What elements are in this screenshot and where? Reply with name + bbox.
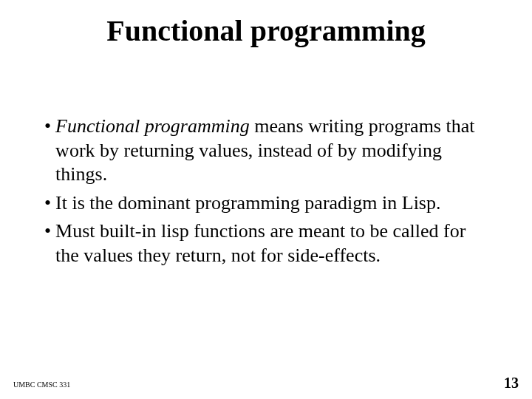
slide: Functional programming • Functional prog… bbox=[0, 0, 532, 399]
bullet-text: It is the dominant programming paradigm … bbox=[55, 191, 488, 216]
page-number: 13 bbox=[504, 375, 519, 392]
bullet-marker: • bbox=[44, 115, 55, 187]
bullet-emphasis: Functional programming bbox=[55, 115, 250, 137]
bullet-marker: • bbox=[44, 219, 55, 267]
footer-left: UMBC CMSC 331 bbox=[13, 381, 70, 389]
bullet-item: • Must built-in lisp functions are meant… bbox=[44, 219, 488, 267]
slide-title: Functional programming bbox=[0, 0, 532, 48]
bullet-marker: • bbox=[44, 191, 55, 216]
bullet-rest: It is the dominant programming paradigm … bbox=[55, 192, 440, 214]
bullet-text: Must built-in lisp functions are meant t… bbox=[55, 219, 488, 267]
bullet-item: • Functional programming means writing p… bbox=[44, 115, 488, 187]
bullet-item: • It is the dominant programming paradig… bbox=[44, 191, 488, 216]
bullet-rest: Must built-in lisp functions are meant t… bbox=[55, 220, 466, 266]
bullet-text: Functional programming means writing pro… bbox=[55, 115, 488, 187]
slide-body: • Functional programming means writing p… bbox=[0, 48, 532, 267]
